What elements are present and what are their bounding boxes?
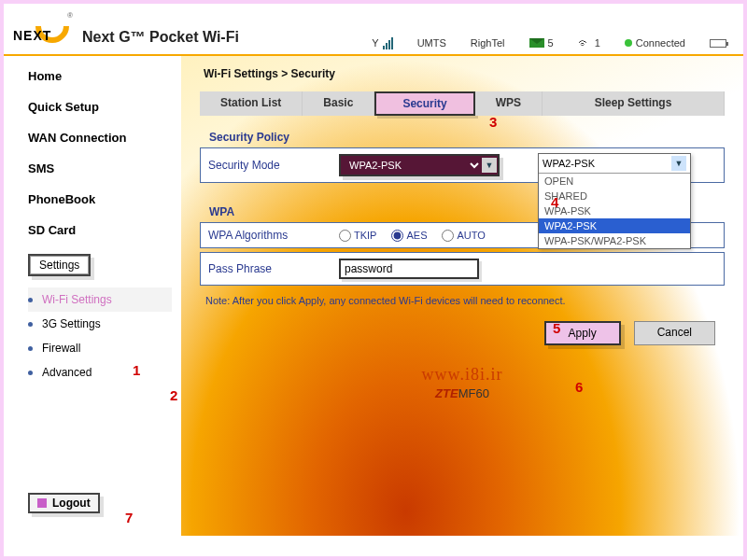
tab-wps[interactable]: WPS [475, 91, 543, 116]
dropdown-option-wpa-mix[interactable]: WPA-PSK/WPA2-PSK [539, 233, 690, 248]
chevron-down-icon: ▼ [671, 156, 686, 171]
sidebar-item-sd-card[interactable]: SD Card [28, 223, 172, 237]
logout-icon [37, 498, 47, 508]
wifi-client-count: 1 [595, 37, 600, 49]
subnav-label: Firewall [42, 342, 80, 355]
logo-area: NEXT ® Next G™ Pocket Wi-Fi [13, 9, 239, 47]
dropdown-option-shared[interactable]: SHARED [539, 189, 690, 203]
label-passphrase: Pass Phrase [208, 262, 339, 275]
watermark-number: MF60 [458, 385, 489, 399]
dropdown-selected-label: WPA2-PSK [543, 158, 595, 169]
tab-security[interactable]: Security [374, 91, 474, 116]
radio-label: AUTO [457, 230, 485, 241]
settings-subnav: Wi-Fi Settings 3G Settings Firewall Adva… [28, 287, 172, 385]
signal-indicator: Y [372, 37, 392, 49]
subnav-label: Advanced [42, 366, 92, 379]
radio-auto-input[interactable] [442, 230, 454, 242]
radio-auto[interactable]: AUTO [442, 230, 485, 242]
row-passphrase: Pass Phrase [200, 252, 725, 286]
logout-button[interactable]: Logout [28, 493, 100, 513]
wifi-clients-indicator: ᯤ 1 [578, 35, 600, 50]
subnav-wifi-settings[interactable]: Wi-Fi Settings [28, 287, 172, 312]
tab-basic[interactable]: Basic [303, 91, 374, 116]
passphrase-input[interactable] [339, 259, 479, 279]
button-row: Apply Cancel [200, 321, 725, 345]
connection-status: Connected [625, 37, 685, 49]
radio-label: TKIP [354, 230, 376, 241]
sidebar-item-home[interactable]: Home [28, 69, 172, 83]
registered-mark: ® [67, 11, 73, 20]
sidebar-item-quick-setup[interactable]: Quick Setup [28, 100, 172, 114]
watermark-brand: ZTE [435, 385, 458, 399]
status-bar: Y UMTS RighTel 5 ᯤ 1 Connected [372, 35, 734, 50]
label-security-mode: Security Mode [208, 159, 339, 172]
subnav-advanced[interactable]: Advanced [28, 360, 172, 385]
sidebar-item-phonebook[interactable]: PhoneBook [28, 192, 172, 206]
radio-tkip[interactable]: TKIP [339, 230, 376, 242]
watermark: www.i8i.ir ZTEMF60 [422, 364, 503, 400]
radio-tkip-input[interactable] [339, 230, 351, 242]
dropdown-option-wpa2-psk[interactable]: WPA2-PSK [539, 218, 690, 233]
header: NEXT ® Next G™ Pocket Wi-Fi Y UMTS RighT… [4, 4, 743, 56]
watermark-url: www.i8i.ir [422, 364, 503, 384]
body-area: Home Quick Setup WAN Connection SMS Phon… [4, 56, 743, 536]
subnav-label: 3G Settings [42, 317, 101, 330]
logout-label: Logout [52, 497, 91, 510]
radio-label: AES [406, 230, 427, 241]
subnav-3g-settings[interactable]: 3G Settings [28, 312, 172, 336]
security-mode-select[interactable]: WPA2-PSK [342, 157, 482, 174]
section-security-policy: Security Policy [209, 131, 725, 144]
app-panel: NEXT ® Next G™ Pocket Wi-Fi Y UMTS RighT… [4, 4, 743, 556]
label-wpa-algorithms: WPA Algorithms [208, 229, 339, 242]
tab-sleep-settings[interactable]: Sleep Settings [543, 91, 725, 116]
battery-icon [710, 39, 726, 48]
status-dot-icon [625, 39, 632, 47]
carrier-name: RighTel [471, 37, 505, 49]
sms-count: 5 [548, 37, 554, 49]
sidebar-item-wan-connection[interactable]: WAN Connection [28, 131, 172, 145]
radio-aes-input[interactable] [391, 230, 403, 242]
battery-indicator [710, 39, 726, 48]
subnav-label: Wi-Fi Settings [42, 293, 112, 306]
security-mode-select-wrap[interactable]: WPA2-PSK ▼ [339, 154, 500, 176]
security-mode-dropdown-open[interactable]: WPA2-PSK ▼ OPEN SHARED WPA-PSK WPA2-PSK … [538, 153, 691, 249]
watermark-model: ZTEMF60 [422, 384, 503, 400]
sidebar: Home Quick Setup WAN Connection SMS Phon… [4, 56, 181, 536]
radio-aes[interactable]: AES [391, 230, 427, 242]
subnav-firewall[interactable]: Firewall [28, 336, 172, 360]
dropdown-selected[interactable]: WPA2-PSK ▼ [539, 154, 690, 174]
network-type: UMTS [417, 37, 446, 49]
brand-text: NEXT [13, 28, 51, 43]
chevron-down-icon: ▼ [482, 158, 497, 173]
breadcrumb: Wi-Fi Settings > Security [200, 63, 725, 91]
dropdown-option-wpa-psk[interactable]: WPA-PSK [539, 203, 690, 218]
connection-label: Connected [636, 37, 685, 49]
envelope-icon [529, 38, 544, 48]
apply-button[interactable]: Apply [544, 321, 621, 345]
dropdown-option-open[interactable]: OPEN [539, 174, 690, 189]
sms-indicator[interactable]: 5 [529, 37, 554, 49]
antenna-icon: Y [372, 37, 378, 49]
apply-note: Note: After you click Apply, any connect… [205, 295, 725, 306]
wifi-icon: ᯤ [578, 35, 591, 50]
brand-logo: NEXT ® [13, 9, 69, 47]
signal-bars-icon [383, 37, 393, 49]
wifi-tabs: Station List Basic Security WPS Sleep Se… [200, 91, 725, 116]
main-content: www.i8i.ir ZTEMF60 Wi-Fi Settings > Secu… [181, 56, 743, 536]
page-title: Next G™ Pocket Wi-Fi [82, 28, 239, 46]
sidebar-item-sms[interactable]: SMS [28, 161, 172, 175]
tab-station-list[interactable]: Station List [200, 91, 303, 116]
sidebar-item-settings[interactable]: Settings [28, 254, 91, 276]
cancel-button[interactable]: Cancel [634, 321, 715, 345]
